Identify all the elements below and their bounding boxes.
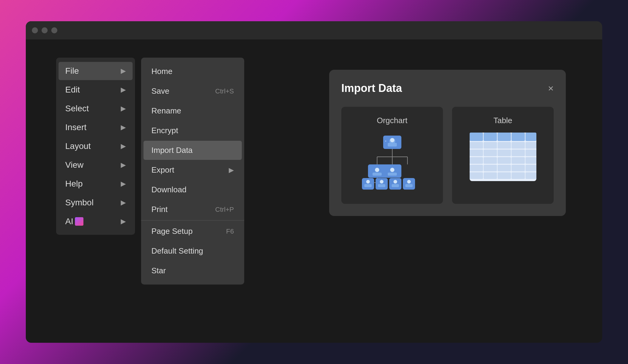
dialog-close-button[interactable]: × bbox=[548, 83, 554, 93]
svg-rect-58 bbox=[525, 165, 536, 171]
layout-arrow-icon: ▶ bbox=[121, 142, 126, 150]
svg-rect-34 bbox=[470, 133, 483, 141]
submenu-default-setting-label: Default Setting bbox=[151, 246, 203, 256]
sidebar-item-insert-label: Insert bbox=[65, 123, 86, 132]
submenu-save-label: Save bbox=[151, 86, 169, 96]
svg-rect-27 bbox=[389, 178, 401, 190]
svg-rect-56 bbox=[498, 165, 511, 171]
submenu-download-label: Download bbox=[151, 185, 187, 194]
svg-point-28 bbox=[393, 180, 397, 184]
svg-rect-40 bbox=[484, 142, 497, 149]
submenu-item-print[interactable]: Print Ctrl+P bbox=[143, 200, 242, 219]
svg-rect-21 bbox=[362, 178, 374, 190]
table-illustration bbox=[470, 133, 536, 181]
dialog-header: Import Data × bbox=[341, 82, 554, 95]
svg-point-11 bbox=[375, 168, 379, 172]
submenu-item-export[interactable]: Export ▶ bbox=[143, 160, 242, 180]
page-setup-shortcut: F6 bbox=[226, 228, 234, 235]
svg-rect-49 bbox=[470, 157, 483, 164]
orgchart-option-label: Orgchart bbox=[377, 116, 407, 125]
svg-rect-47 bbox=[512, 150, 525, 156]
import-option-orgchart[interactable]: Orgchart bbox=[341, 107, 443, 204]
file-submenu: Home Save Ctrl+S Rename Encrypt Import D… bbox=[141, 58, 244, 285]
svg-rect-36 bbox=[498, 133, 511, 141]
submenu-item-page-setup[interactable]: Page Setup F6 bbox=[143, 222, 242, 241]
submenu-page-setup-label: Page Setup bbox=[151, 227, 193, 236]
svg-rect-60 bbox=[484, 172, 497, 179]
svg-rect-51 bbox=[498, 157, 511, 164]
svg-rect-52 bbox=[512, 157, 525, 164]
close-button[interactable] bbox=[32, 27, 38, 33]
svg-rect-26 bbox=[378, 184, 385, 187]
submenu-item-home[interactable]: Home bbox=[143, 62, 242, 81]
svg-point-22 bbox=[366, 180, 370, 184]
submenu-export-label: Export bbox=[151, 165, 174, 175]
sidebar-item-select[interactable]: Select ▶ bbox=[59, 99, 133, 118]
sidebar-item-edit[interactable]: Edit ▶ bbox=[59, 81, 133, 99]
edit-arrow-icon: ▶ bbox=[121, 86, 126, 94]
submenu-item-rename[interactable]: Rename bbox=[143, 101, 242, 120]
sidebar-item-file-label: File bbox=[65, 66, 79, 76]
svg-rect-59 bbox=[470, 172, 483, 179]
svg-rect-53 bbox=[525, 157, 536, 164]
insert-arrow-icon: ▶ bbox=[121, 123, 126, 131]
submenu-divider-1 bbox=[141, 220, 244, 221]
submenu-item-encrypt[interactable]: Encrypt bbox=[143, 121, 242, 140]
view-arrow-icon: ▶ bbox=[121, 161, 126, 169]
select-arrow-icon: ▶ bbox=[121, 105, 126, 113]
svg-rect-63 bbox=[525, 172, 536, 179]
svg-rect-48 bbox=[525, 150, 536, 156]
print-shortcut: Ctrl+P bbox=[215, 206, 234, 214]
sidebar-item-ai-label: AI bbox=[65, 217, 73, 226]
svg-rect-54 bbox=[470, 165, 483, 171]
sidebar-item-symbol-label: Symbol bbox=[65, 198, 93, 207]
submenu-print-label: Print bbox=[151, 205, 167, 214]
import-data-dialog: Import Data × Orgchart bbox=[329, 70, 566, 216]
svg-rect-12 bbox=[373, 173, 382, 176]
ai-label-group: AI bbox=[65, 217, 83, 226]
svg-rect-45 bbox=[484, 150, 497, 156]
sidebar-item-ai[interactable]: AI ▶ bbox=[59, 212, 133, 231]
minimize-button[interactable] bbox=[42, 27, 48, 33]
sidebar-item-view-label: View bbox=[65, 160, 83, 170]
svg-rect-30 bbox=[403, 178, 415, 190]
svg-point-14 bbox=[390, 168, 394, 172]
submenu-item-star[interactable]: Star bbox=[143, 261, 242, 280]
svg-rect-23 bbox=[364, 184, 372, 187]
submenu-item-import-data[interactable]: Import Data bbox=[143, 141, 242, 160]
submenu-rename-label: Rename bbox=[151, 106, 181, 116]
import-option-table[interactable]: Table bbox=[452, 107, 554, 204]
sidebar-item-file[interactable]: File ▶ bbox=[59, 62, 133, 80]
svg-rect-15 bbox=[388, 173, 397, 176]
sidebar-item-symbol[interactable]: Symbol ▶ bbox=[59, 194, 133, 212]
svg-rect-50 bbox=[484, 157, 497, 164]
svg-point-31 bbox=[407, 180, 411, 184]
svg-point-3 bbox=[390, 138, 394, 142]
table-option-label: Table bbox=[493, 116, 512, 125]
sidebar-item-insert[interactable]: Insert ▶ bbox=[59, 118, 133, 136]
submenu-item-save[interactable]: Save Ctrl+S bbox=[143, 82, 242, 101]
svg-point-25 bbox=[380, 180, 383, 184]
svg-rect-61 bbox=[498, 172, 511, 179]
submenu-item-default-setting[interactable]: Default Setting bbox=[143, 241, 242, 261]
svg-rect-29 bbox=[392, 184, 399, 187]
svg-rect-4 bbox=[388, 143, 397, 147]
title-bar bbox=[26, 21, 602, 39]
app-window: File ▶ Edit ▶ Select ▶ Insert ▶ Layout ▶… bbox=[26, 21, 602, 343]
save-shortcut: Ctrl+S bbox=[215, 87, 234, 95]
dialog-options: Orgchart bbox=[341, 107, 554, 204]
sidebar-item-view[interactable]: View ▶ bbox=[59, 156, 133, 174]
sidebar-item-help-label: Help bbox=[65, 179, 83, 189]
svg-rect-42 bbox=[512, 142, 525, 149]
sidebar-item-select-label: Select bbox=[65, 104, 89, 113]
sidebar-item-help[interactable]: Help ▶ bbox=[59, 175, 133, 193]
svg-rect-35 bbox=[484, 133, 497, 141]
orgchart-illustration bbox=[359, 133, 426, 193]
svg-rect-43 bbox=[525, 142, 536, 149]
help-arrow-icon: ▶ bbox=[121, 180, 126, 188]
submenu-item-download[interactable]: Download bbox=[143, 180, 242, 199]
sidebar-item-layout[interactable]: Layout ▶ bbox=[59, 137, 133, 155]
dialog-title: Import Data bbox=[341, 82, 402, 95]
sidebar-item-edit-label: Edit bbox=[65, 85, 80, 95]
maximize-button[interactable] bbox=[51, 27, 57, 33]
